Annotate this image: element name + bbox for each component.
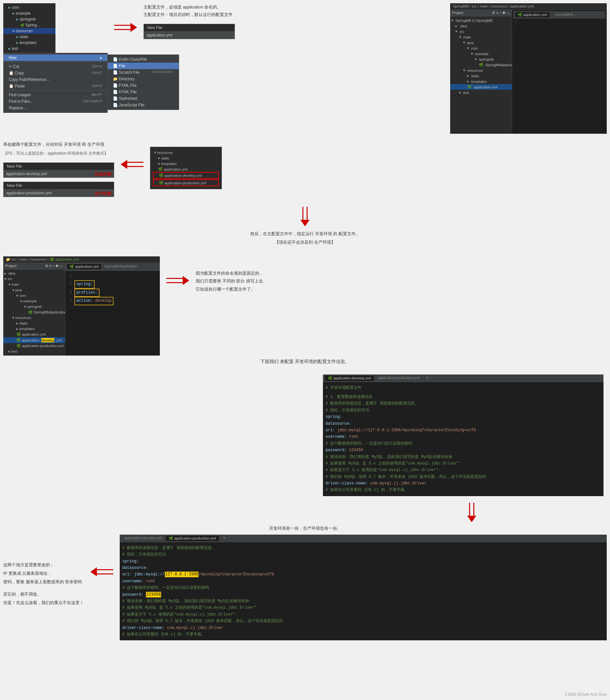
s3t-java[interactable]: ▾ java bbox=[3, 287, 65, 293]
s4-tab-x[interactable]: ✕ bbox=[423, 375, 432, 381]
s5-y5: url: jdbc:mysql://127.0.0.1:3306/mycnblo… bbox=[122, 571, 604, 578]
s3t-develop[interactable]: 🌿 application-develop.yml bbox=[3, 337, 65, 343]
s5-y11: # 如果是大于 5.x 使用的是"com.mysql.cj.jdbc.Drive… bbox=[122, 611, 604, 618]
submenu-dir[interactable]: 📁 Directory bbox=[108, 76, 179, 82]
arrow-left-4 bbox=[90, 567, 113, 576]
s4-y8: username: root bbox=[325, 434, 601, 440]
tree-test[interactable]: ▸test bbox=[3, 46, 55, 51]
menu-new[interactable]: New ▸ 📄 Kotlin Class/File 📄 File 📄 Scrat… bbox=[4, 54, 107, 61]
menu-copy[interactable]: 📋 Copy Ctrl+C bbox=[4, 70, 107, 76]
submenu-stylesheet[interactable]: 📄 Stylesheet bbox=[108, 95, 179, 102]
tree-templates-1[interactable]: ▸templates bbox=[3, 40, 55, 46]
menu-replace[interactable]: Replace... bbox=[4, 105, 107, 111]
tr-springmb2[interactable]: ▾springmb bbox=[450, 56, 512, 62]
s3t-templates[interactable]: ▸ templates bbox=[3, 326, 65, 332]
s3t-springmb[interactable]: ▾ springmb bbox=[3, 304, 65, 310]
tree-com[interactable]: ▸com bbox=[3, 4, 55, 11]
menu-find-usages[interactable]: Find Usages Alt+F7 bbox=[4, 92, 107, 98]
s2-line1: 再创建两个配置文件，分别对应 开发环境 和 生产环境 bbox=[3, 140, 114, 149]
tab-appyml[interactable]: 🌿 application.yml bbox=[515, 12, 550, 18]
s5-y13: driver-class-name: com.mysql.cj.jdbc.Dri… bbox=[122, 625, 604, 631]
s4-tab2[interactable]: application-production.yml bbox=[374, 375, 423, 381]
tr-main[interactable]: ▾main bbox=[450, 34, 512, 40]
ide-right-body: Project ⚙ ≡ ÷ ✱ — ▾SpringMB G:\SpringMB … bbox=[450, 10, 607, 134]
breadcrumb-right: SpringMB ⟩ src ⟩ main ⟩ resources ⟩ appl… bbox=[450, 3, 607, 10]
s3t-main[interactable]: ▾ main bbox=[3, 282, 65, 287]
s3-tab-appyml[interactable]: 🌿 application.yml bbox=[66, 263, 102, 270]
tr2-production[interactable]: 🌿 application-production.yml bbox=[153, 179, 219, 186]
tree-resources[interactable]: ▾resources bbox=[3, 28, 55, 34]
s3t-example[interactable]: ▾ example bbox=[3, 298, 65, 304]
tr-project[interactable]: ▾SpringMB G:\SpringMB bbox=[450, 18, 512, 23]
s5-tab2[interactable]: 🌿 application-production.yml bbox=[165, 535, 220, 541]
s3-breadcrumb: 📁 src ⟩ main ⟩ resources ⟩ 🌿 application… bbox=[3, 256, 160, 263]
tr2-resources[interactable]: ▾ resources bbox=[153, 150, 219, 155]
section4: 下面我们 来配置 开发环境的配置文件信息。 🌿 application-deve… bbox=[3, 359, 607, 496]
menu-paste[interactable]: 📋 Paste Ctrl+V bbox=[4, 83, 107, 89]
s3t-test[interactable]: ▸ test bbox=[3, 349, 65, 354]
s3-tree-header: Project ⚙ ≡ ÷ ✱ — bbox=[3, 263, 65, 270]
tr-com[interactable]: ▾com bbox=[450, 45, 512, 51]
submenu-file[interactable]: 📄 File bbox=[108, 63, 179, 69]
tr-resources2[interactable]: ▾resources bbox=[450, 67, 512, 73]
tr-springapp2[interactable]: 🌿SpringMbApplication bbox=[450, 62, 512, 67]
submenu-kotlin[interactable]: 📄 Kotlin Class/File bbox=[108, 56, 179, 63]
submenu-scratch[interactable]: 📄 Scratch File Ctrl+Alt+Shift+I bbox=[108, 69, 179, 76]
tr-example[interactable]: ▾example bbox=[450, 51, 512, 56]
section5: 这两个地方是需要更改的： IP 更换成 云服务器地址， 密码，要换 服务器上装数… bbox=[3, 535, 607, 640]
menu-cut[interactable]: ✂ Cut Ctrl+X bbox=[4, 63, 107, 70]
s3t-appyml[interactable]: 🌿 application.yml bbox=[3, 332, 65, 337]
s5-yaml: # 数据库的连接信息，是属于 系统级别的配置信息。 # 因此，它有固定的写法 s… bbox=[120, 542, 607, 640]
tree-static[interactable]: ▸static bbox=[3, 34, 55, 40]
tree-springmb[interactable]: ▸springmb bbox=[3, 16, 55, 22]
ide-right-panel: SpringMB ⟩ src ⟩ main ⟩ resources ⟩ appl… bbox=[450, 3, 607, 134]
s5-y2: # 因此，它有固定的写法 bbox=[122, 551, 604, 558]
tree-example[interactable]: ▸example bbox=[3, 11, 55, 16]
new-file-input-1[interactable] bbox=[144, 32, 235, 39]
submenu-html[interactable]: 📄 HTML File bbox=[108, 89, 179, 95]
s4-yaml: # 开发环境配置文件 # 1. 配置数据库连接信息 # 数据库的连接信息，是属于… bbox=[323, 382, 604, 496]
new-file-title-1: New File bbox=[144, 24, 235, 32]
s4-y1: # 开发环境配置文件 bbox=[325, 385, 601, 391]
s3t-app[interactable]: 🌿 SpringMbApplication bbox=[3, 310, 65, 315]
tr-test2[interactable]: ▸test bbox=[450, 90, 512, 95]
tab-springmbapp[interactable]: SpringMbA... bbox=[552, 12, 579, 18]
menu-find-files[interactable]: Find in Files... Ctrl+Shift+F bbox=[4, 98, 107, 105]
submenu-new: 📄 Kotlin Class/File 📄 File 📄 Scratch Fil… bbox=[107, 54, 179, 110]
s3t-production[interactable]: 🌿 application-production.yml bbox=[3, 343, 65, 349]
s3t-resources[interactable]: ▾ resources bbox=[3, 315, 65, 321]
arrow2 bbox=[121, 160, 144, 169]
s4-tab1[interactable]: 🌿 application-develop.yml bbox=[324, 375, 374, 381]
submenu-fxml[interactable]: 📄 FXML File bbox=[108, 82, 179, 89]
tr-appyml[interactable]: 🌿application.yml bbox=[450, 84, 512, 90]
tr-templates2[interactable]: ▸templates bbox=[450, 79, 512, 84]
tr2-appyml[interactable]: 🌿 application.yml bbox=[153, 166, 219, 172]
editor-tabs-right: 🌿 application.yml SpringMbA... bbox=[513, 11, 606, 19]
tr2-develop[interactable]: 🌿 application-develop.yml bbox=[153, 172, 219, 179]
arrow1 bbox=[114, 23, 137, 32]
tr-java[interactable]: ▾java bbox=[450, 40, 512, 45]
s5-tab1[interactable]: application-develop.yml bbox=[121, 535, 165, 541]
annotation1: 主配置文件，必须是 application 命名的。 主配置文件：项目启动时，默… bbox=[144, 3, 235, 19]
s3-tab-springmb[interactable]: SpringMbApplication bbox=[102, 263, 140, 270]
tree-springapp[interactable]: 🌿Spring... bbox=[3, 22, 55, 28]
s3t-idea[interactable]: ▸ .idea bbox=[3, 271, 65, 276]
s3t-com[interactable]: ▾ com bbox=[3, 293, 65, 298]
s3t-src[interactable]: ▾ src bbox=[3, 276, 65, 282]
s5-tab-x[interactable]: ✕ bbox=[220, 535, 229, 541]
s3t-static[interactable]: ▸ static bbox=[3, 321, 65, 326]
s4-y12: # 如果使用 MySQL 是 5.x 之前的使用的是"com.mysql.jdb… bbox=[325, 460, 601, 467]
s5-y3: spring: bbox=[122, 558, 604, 565]
tr2-templates[interactable]: ▸ templates bbox=[153, 161, 219, 166]
tr-src[interactable]: ▾src bbox=[450, 29, 512, 34]
tr-static2[interactable]: ▸static bbox=[450, 73, 512, 79]
tr-idea[interactable]: ▸.idea bbox=[450, 23, 512, 29]
s3-exp3: 它知道执行哪一个配置文件了。 bbox=[196, 286, 267, 294]
tr2-static[interactable]: ▸ static bbox=[153, 155, 219, 161]
s3-yaml-content: 1 2spring: 3 profiles: 4 active: develop bbox=[65, 271, 160, 308]
arrow4 bbox=[90, 567, 113, 576]
s5-y7: # 这个数据库的密码，一定是你们自己设置的密码 bbox=[122, 585, 604, 591]
menu-copy-path[interactable]: Copy Path/Reference... bbox=[4, 76, 107, 83]
submenu-js[interactable]: 📄 JavaScript File bbox=[108, 102, 179, 108]
section1-right: 主配置文件，必须是 application 命名的。 主配置文件：项目启动时，默… bbox=[144, 3, 235, 39]
